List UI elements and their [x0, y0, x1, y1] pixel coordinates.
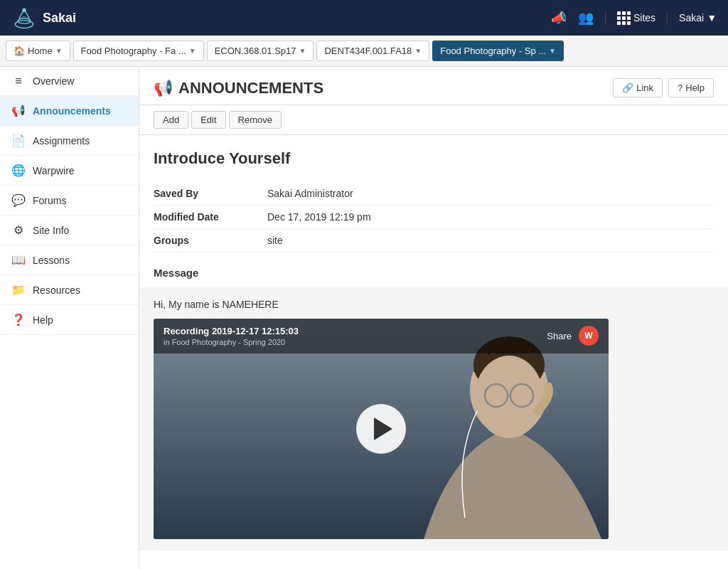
forums-icon: 💬 [11, 193, 26, 207]
announcements-title-text: ANNOUNCEMENTS [178, 79, 323, 97]
sites-button[interactable]: Sites [605, 11, 655, 25]
share-button[interactable]: Share [547, 331, 572, 341]
sakai-logo-text: Sakai [43, 11, 76, 26]
sidebar-item-resources[interactable]: 📁 Resources [0, 275, 139, 305]
groups-row: Groups site [154, 229, 714, 252]
message-section: Message [154, 267, 714, 279]
breadcrumb-bar: 🏠 Home ▼ Food Photography - Fa ... ▼ ECO… [0, 36, 728, 67]
warpwire-icon: 🌐 [11, 164, 26, 177]
sakai-logo[interactable]: Sakai [11, 5, 76, 31]
sidebar-item-overview[interactable]: ≡ Overview [0, 67, 139, 96]
video-header: Recording 2019-12-17 12:15:03 in Food Ph… [154, 319, 609, 353]
detail-table: Saved By Sakai Administrator Modified Da… [154, 182, 714, 252]
groups-value: site [267, 235, 283, 246]
sidebar-label-help: Help [33, 314, 53, 326]
user-menu-button[interactable]: Sakai ▼ [667, 12, 717, 23]
sidebar-item-announcements[interactable]: 📢 Announcements [0, 96, 139, 126]
announcements-title-icon: 📢 [154, 79, 173, 97]
video-subtitle: in Food Photography - Spring 2020 [164, 338, 299, 346]
svg-point-2 [22, 9, 26, 12]
modified-date-label: Modified Date [154, 211, 267, 223]
breadcrumb-arrow-0: ▼ [55, 47, 63, 55]
intro-text: Hi, My name is NAMEHERE [154, 299, 714, 310]
sidebar: ≡ Overview 📢 Announcements 📄 Assignments… [0, 67, 139, 569]
top-navigation: Sakai 📣 👥 Sites Sakai ▼ [0, 0, 728, 36]
play-triangle-icon [374, 418, 392, 440]
user-dropdown-arrow: ▼ [707, 12, 717, 23]
site-info-icon: ⚙ [11, 223, 26, 237]
sidebar-label-site-info: Site Info [33, 225, 69, 236]
video-container: Hi, My name is NAMEHERE [139, 287, 728, 551]
announcements-icon: 📢 [11, 104, 26, 117]
home-label: Home [28, 46, 53, 56]
saved-by-value: Sakai Administrator [267, 188, 353, 199]
user-label: Sakai [679, 12, 704, 23]
resources-icon: 📁 [11, 283, 26, 297]
sidebar-label-lessons: Lessons [33, 255, 70, 266]
edit-button[interactable]: Edit [191, 111, 225, 129]
home-icon: 🏠 [14, 46, 25, 56]
sidebar-item-warpwire[interactable]: 🌐 Warpwire [0, 156, 139, 186]
video-title-info: Recording 2019-12-17 12:15:03 in Food Ph… [164, 326, 299, 346]
sidebar-label-assignments: Assignments [33, 135, 90, 147]
link-icon: 🔗 [622, 83, 633, 93]
header-actions: 🔗 Link ? Help [613, 78, 714, 97]
breadcrumb-food-photography-fa[interactable]: Food Photography - Fa ... ▼ [73, 41, 204, 61]
remove-button[interactable]: Remove [229, 111, 282, 129]
sidebar-item-assignments[interactable]: 📄 Assignments [0, 126, 139, 156]
groups-label: Groups [154, 235, 267, 246]
logo-area: Sakai [11, 5, 76, 31]
breadcrumb-arrow-4: ▼ [549, 47, 556, 55]
breadcrumb-arrow-1: ▼ [189, 47, 196, 55]
announcement-detail: Introduce Yourself Saved By Sakai Admini… [139, 135, 728, 279]
breadcrumb-arrow-3: ▼ [414, 47, 422, 55]
sidebar-label-warpwire: Warpwire [33, 165, 75, 176]
assignments-icon: 📄 [11, 134, 26, 147]
help-btn-label: Help [685, 83, 705, 93]
video-header-right: Share W [547, 326, 599, 346]
breadcrumb-home[interactable]: 🏠 Home ▼ [6, 41, 70, 61]
sidebar-item-site-info[interactable]: ⚙ Site Info [0, 216, 139, 245]
sites-label: Sites [633, 12, 655, 23]
help-btn-icon: ? [678, 83, 682, 93]
breadcrumb-label-3: DENT434F.001.FA18 [324, 46, 412, 56]
sidebar-label-announcements: Announcements [33, 105, 111, 117]
play-button[interactable] [356, 404, 406, 454]
video-subtitle-course: Food Photography - Spring 2020 [172, 338, 286, 346]
overview-icon: ≡ [11, 75, 26, 87]
video-player[interactable]: Recording 2019-12-17 12:15:03 in Food Ph… [154, 319, 609, 539]
grid-icon [617, 11, 631, 25]
breadcrumb-econ[interactable]: ECON.368.01.Sp17 ▼ [207, 41, 314, 61]
breadcrumb-dent[interactable]: DENT434F.001.FA18 ▼ [316, 41, 429, 61]
breadcrumb-label-1: Food Photography - Fa ... [81, 46, 186, 56]
video-title-main: Recording 2019-12-17 12:15:03 [164, 326, 299, 336]
main-content: 📢 ANNOUNCEMENTS 🔗 Link ? Help Add Edit R… [139, 67, 728, 569]
sidebar-label-resources: Resources [33, 284, 80, 296]
announcements-header: 📢 ANNOUNCEMENTS 🔗 Link ? Help [139, 67, 728, 105]
breadcrumb-label-2: ECON.368.01.Sp17 [215, 46, 296, 56]
warpwire-badge: W [579, 326, 599, 346]
people-icon[interactable]: 👥 [578, 10, 594, 26]
megaphone-icon[interactable]: 📣 [551, 10, 567, 26]
announcements-title: 📢 ANNOUNCEMENTS [154, 79, 323, 97]
modified-date-row: Modified Date Dec 17, 2019 12:19 pm [154, 206, 714, 229]
main-layout: ≡ Overview 📢 Announcements 📄 Assignments… [0, 67, 728, 569]
message-label: Message [154, 267, 714, 279]
saved-by-label: Saved By [154, 188, 267, 199]
add-button[interactable]: Add [154, 111, 188, 129]
sidebar-item-help[interactable]: ❓ Help [0, 305, 139, 335]
modified-date-value: Dec 17, 2019 12:19 pm [267, 211, 371, 223]
breadcrumb-food-photography-sp[interactable]: Food Photography - Sp ... ▼ [432, 41, 564, 61]
video-subtitle-prefix: in [164, 338, 170, 346]
top-nav-right: 📣 👥 Sites Sakai ▼ [551, 10, 717, 26]
link-button[interactable]: 🔗 Link [613, 78, 663, 97]
lessons-icon: 📖 [11, 253, 26, 267]
sidebar-label-overview: Overview [33, 75, 74, 87]
breadcrumb-label-4: Food Photography - Sp ... [440, 46, 546, 56]
sidebar-label-forums: Forums [33, 195, 66, 206]
announcements-toolbar: Add Edit Remove [139, 105, 728, 135]
link-label: Link [636, 83, 653, 93]
sidebar-item-lessons[interactable]: 📖 Lessons [0, 245, 139, 275]
help-button[interactable]: ? Help [668, 78, 714, 97]
sidebar-item-forums[interactable]: 💬 Forums [0, 186, 139, 216]
